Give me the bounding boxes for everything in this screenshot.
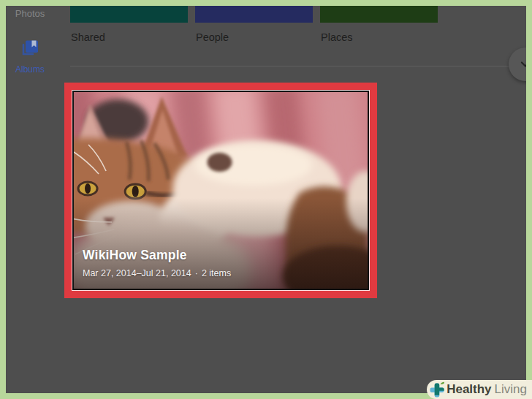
album-title: WikiHow Sample <box>83 248 187 263</box>
sidebar-item-albums[interactable]: Albums <box>7 39 53 75</box>
collection-label-people[interactable]: People <box>196 31 229 43</box>
chevron-down-icon <box>519 58 526 71</box>
collapse-button[interactable] <box>509 48 526 81</box>
separator-dot: · <box>195 268 198 278</box>
collection-label-places[interactable]: Places <box>321 31 353 43</box>
collection-tile-people[interactable] <box>195 6 313 23</box>
sidebar-item-label: Photos <box>7 8 53 19</box>
album-card-inner-border: WikiHow Sample Mar 27, 2014–Jul 21, 2014… <box>72 90 370 291</box>
album-card-highlight[interactable]: WikiHow Sample Mar 27, 2014–Jul 21, 2014… <box>64 83 377 298</box>
albums-book-icon <box>20 39 39 58</box>
watermark-text-bold: Healthy <box>446 382 491 397</box>
health-cross-leaf-icon <box>428 381 446 398</box>
photos-app-window: Photos Albums Shared People Places <box>6 6 526 393</box>
album-item-count: 2 items <box>202 268 231 278</box>
healthy-living-watermark: Healthy Living <box>427 380 532 399</box>
section-divider <box>70 66 526 66</box>
collection-label-shared[interactable]: Shared <box>71 31 105 43</box>
collection-tile-places[interactable] <box>320 6 438 23</box>
album-cover-photo[interactable]: WikiHow Sample Mar 27, 2014–Jul 21, 2014… <box>74 92 368 289</box>
album-date-range: Mar 27, 2014–Jul 21, 2014 <box>83 268 191 278</box>
sidebar-item-photos[interactable]: Photos <box>7 8 53 19</box>
sidebar-item-label: Albums <box>7 64 53 75</box>
watermark-text-regular: Living <box>495 382 527 397</box>
album-subtitle: Mar 27, 2014–Jul 21, 2014·2 items <box>83 268 231 278</box>
screenshot-frame: Photos Albums Shared People Places <box>0 0 532 399</box>
collection-tile-shared[interactable] <box>70 6 188 23</box>
